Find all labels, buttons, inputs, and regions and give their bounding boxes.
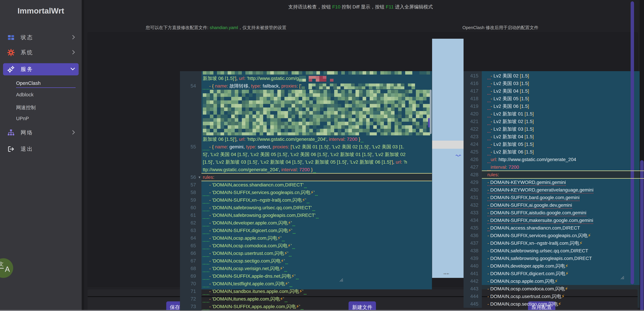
sidebar-item-logout[interactable]: 退出	[3, 144, 79, 154]
line-number: 430	[465, 186, 478, 194]
code-line[interactable]: - 'DOMAIN-SUFFIX,apps.apple.com,闪电⚡'	[202, 303, 432, 310]
code-line[interactable]: - DOMAIN,ocsp.comodoca.com,闪电⚡	[482, 285, 644, 293]
code-line[interactable]: - DOMAIN-SUFFIX,aistudio.google.com,gemi…	[482, 209, 644, 217]
code-line[interactable]: - 'DOMAIN,ocsp.apple.com,闪电⚡'	[202, 234, 432, 242]
code-line[interactable]: 5]', 'Lv2 美国 04 [1.5]', 'Lv2 美国 05 [1.5]…	[202, 151, 432, 158]
code-line[interactable]: - Lv2 新加坡 04 [1.5]	[482, 133, 644, 140]
code-line[interactable]: 新加坡 06 [1.5]'], url: 'http://www.gstatic…	[202, 135, 432, 143]
merge-view-panel: 545556▾575859606162636465666768697071727…	[88, 32, 638, 287]
sidebar-item-label: 退出	[21, 145, 34, 153]
line-number: 434	[465, 217, 478, 224]
code-line[interactable]: [1.5]', 'Lv2 新加坡 03 [1.5]', 'Lv2 新加坡 04 …	[202, 158, 432, 166]
code-line[interactable]: - DOMAIN-SUFFIX,bard.google.com,gemini	[482, 194, 644, 201]
right-editor[interactable]: 4154164174184194204214224234244254264274…	[464, 71, 644, 308]
code-line[interactable]: - DOMAIN,safebrowsing.urlsec.qq.com,DIRE…	[482, 247, 644, 255]
code-line[interactable]: - Lv2 新加坡 06 [1.5]	[482, 148, 644, 156]
code-line[interactable]: - Lv2 新加坡 01 [1.5]	[482, 110, 644, 118]
code-line[interactable]: - DOMAIN-KEYWORD,gemini,gemini	[482, 179, 644, 186]
line-number: 436	[465, 232, 478, 239]
sidebar-item-network[interactable]: 网络	[3, 127, 79, 138]
f11-key-label: F11	[386, 4, 394, 9]
code-line[interactable]: - 'DOMAIN-SUFFIX,xn--ngstr-lra8j.com,闪电⚡…	[202, 196, 432, 204]
code-line[interactable]: - Lv2 美国 06 [1.5]	[482, 102, 644, 110]
code-line[interactable]: - Lv2 新加坡 05 [1.5]	[482, 140, 644, 148]
code-line[interactable]: - DOMAIN,developer.apple.com,闪电⚡	[482, 262, 644, 270]
code-line[interactable]: rules:	[482, 171, 644, 179]
code-line[interactable]: - 'DOMAIN,safebrowsing.urlsec.qq.com,DIR…	[202, 204, 432, 211]
code-line[interactable]: - DOMAIN-SUFFIX,makersuite.google.com,ge…	[482, 217, 644, 224]
code-line[interactable]: - DOMAIN-KEYWORD,generativelanguage,gemi…	[482, 186, 644, 194]
left-editor[interactable]: 545556▾575859606162636465666768697071727…	[180, 71, 432, 310]
code-line[interactable]: interval: 7200	[482, 163, 644, 171]
immortalwrt-app: ImmortalWrt 状态 系统 服务 OpenClash Adblock 网…	[0, 0, 644, 311]
sidebar-item-adblock[interactable]: Adblock	[16, 92, 34, 97]
line-number: 65	[182, 242, 196, 250]
line-number: 426	[465, 156, 478, 163]
line-number: 419	[465, 102, 478, 110]
line-number: 61	[182, 211, 196, 219]
code-line[interactable]: - Lv2 美国 05 [1.5]	[482, 95, 644, 102]
line-number: 67	[182, 257, 196, 265]
code-line[interactable]: - { name: 故障转移, type: fallback, proxies:…	[202, 82, 432, 90]
code-line[interactable]: - DOMAIN-SUFFIX,ai.google.dev,gemini	[482, 201, 644, 209]
code-line[interactable]: - Lv2 美国 04 [1.5]	[482, 87, 644, 95]
code-line[interactable]: - 'DOMAIN,developer.apple.com,闪电⚡'	[202, 219, 432, 227]
code-line[interactable]: - 'DOMAIN,ocsp.sectigo.com,闪电⚡'	[202, 257, 432, 265]
sidebar-item-upnp[interactable]: UPnP	[16, 116, 29, 121]
line-number: 55	[182, 143, 196, 151]
code-line[interactable]: ttp://www.gstatic.com/generate_204', int…	[202, 166, 432, 173]
line-number: 416	[465, 80, 478, 87]
sidebar-item-services[interactable]: 服务	[3, 63, 79, 75]
code-line[interactable]: - 'DOMAIN-SUFFIX,apple-dns.net,闪电⚡'	[202, 272, 432, 280]
code-line[interactable]: - 'DOMAIN,ocsp.usertrust.com,闪电⚡'	[202, 250, 432, 257]
code-line[interactable]: - DOMAIN,ocsp.usertrust.com,闪电⚡	[482, 293, 644, 300]
code-line[interactable]: - Lv2 新加坡 03 [1.5]	[482, 125, 644, 133]
code-line[interactable]: - 'DOMAIN,ocsp.comodoca.com,闪电⚡'	[202, 242, 432, 250]
line-number: 57	[182, 181, 196, 189]
right-editor-content[interactable]: - Lv2 美国 02 [1.5]- Lv2 美国 03 [1.5]- Lv2 …	[482, 71, 644, 308]
fold-arrow-icon[interactable]: ▾	[198, 173, 200, 181]
code-line[interactable]: rules:	[202, 173, 432, 181]
code-line[interactable]: - 'DOMAIN,sandbox.itunes.apple.com,闪电⚡'	[202, 288, 432, 295]
line-number: 59	[182, 196, 196, 204]
code-line[interactable]: - DOMAIN,access.shandiancn.com,DIRECT	[482, 224, 644, 232]
code-line[interactable]: - DOMAIN-SUFFIX,xn--ngstr-lra8j.com,闪电⚡	[482, 239, 644, 247]
left-editor-resize-grip[interactable]	[339, 278, 343, 282]
code-line[interactable]: - DOMAIN,safebrowsing.googleapis.com,DIR…	[482, 255, 644, 262]
code-line[interactable]: - { name: gemini, type: select, proxies:…	[202, 143, 432, 151]
line-number: 69	[182, 272, 196, 280]
code-line[interactable]: - 'DOMAIN,safebrowsing.googleapis.com,DI…	[202, 211, 432, 219]
chevron-right-icon	[72, 130, 75, 135]
left-editor-scrollbar[interactable]	[430, 90, 432, 134]
code-line[interactable]: url: http://www.gstatic.com/generate_204	[482, 156, 644, 163]
left-editor-content[interactable]: 新加坡 06 [1.5]'], url: 'http://www.gstatic…	[202, 71, 432, 310]
sidebar-item-openclash[interactable]: OpenClash	[16, 80, 40, 86]
code-line[interactable]: - 'DOMAIN,access.shandiancn.com,DIRECT'	[202, 181, 432, 189]
redacted-region	[203, 90, 431, 135]
code-line[interactable]: - Lv2 美国 02 [1.5]	[482, 72, 644, 80]
code-line[interactable]: - 'DOMAIN,ocsp.verisign.net,闪电⚡'	[202, 265, 432, 272]
sidebar-item-system[interactable]: 系统	[3, 47, 79, 58]
diff-connector	[432, 141, 464, 149]
line-number: 418	[465, 95, 478, 102]
code-line[interactable]: - 'DOMAIN-SUFFIX,services.googleapis.cn,…	[202, 189, 432, 196]
code-line[interactable]: - 'DOMAIN,itunes.apple.com,闪电⚡'	[202, 295, 432, 303]
sidebar-item-status[interactable]: 状态	[3, 32, 79, 43]
code-line[interactable]: - Lv2 美国 03 [1.5]	[482, 80, 644, 87]
code-line[interactable]: - DOMAIN-SUFFIX,services.googleapis.cn,闪…	[482, 232, 644, 239]
chevron-down-icon	[70, 68, 75, 71]
diff-gap: ⇒⇐	[432, 39, 464, 278]
merge-arrows-icon[interactable]: ⇒⇐	[443, 272, 450, 276]
code-line[interactable]: 新加坡 06 [1.5]'], url: 'http://www.gstatic…	[202, 74, 432, 82]
code-line[interactable]: - 'DOMAIN-SUFFIX,digicert.com,闪电⚡'	[202, 227, 432, 234]
line-number: 439	[465, 255, 478, 262]
sidebar-item-speed-control[interactable]: 网速控制	[16, 104, 36, 111]
right-editor-resize-grip[interactable]	[620, 276, 624, 279]
code-line[interactable]: - Lv2 新加坡 02 [1.5]	[482, 118, 644, 125]
line-number: 73	[182, 303, 196, 310]
sidebar-divider	[82, 0, 84, 311]
code-line[interactable]: - 'DOMAIN,testflight.apple.com,闪电⚡'	[202, 280, 432, 288]
line-number: 72	[182, 295, 196, 303]
code-line[interactable]: - DOMAIN,ocsp.sectigo.com,闪电⚡	[482, 300, 644, 308]
line-number: 421	[465, 118, 478, 125]
